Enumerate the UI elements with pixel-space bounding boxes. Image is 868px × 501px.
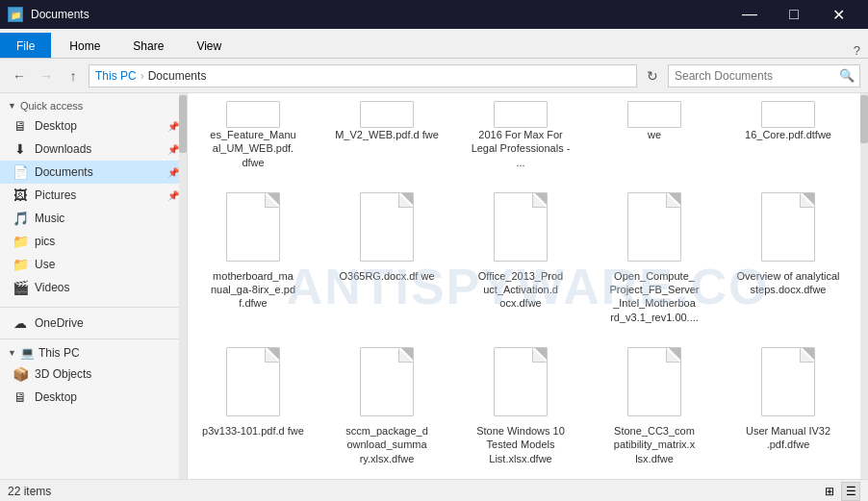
quick-access-section: ▼ Quick access 🖥 Desktop 📌 ⬇ Downloads 📌… (0, 93, 187, 303)
file-icon-partial (494, 101, 548, 128)
file-name: Office_2013_Prod uct_Activation.d ocx.df… (468, 269, 574, 311)
sidebar-item-videos[interactable]: 🎬 Videos (0, 276, 187, 299)
desktop-icon: 🖥 (12, 117, 29, 135)
list-item[interactable]: Stone Windows 10 Tested Models List.xlsx… (463, 336, 578, 473)
address-path[interactable]: This PC › Documents (89, 64, 637, 88)
address-bar: ← → ↑ This PC › Documents ↻ 🔍 (0, 59, 868, 93)
maximize-button[interactable]: □ (772, 0, 816, 29)
search-input[interactable] (668, 64, 860, 88)
pin-icon-pics: 📌 (167, 190, 179, 201)
file-icon-partial (627, 101, 681, 128)
list-item[interactable]: M_V2_WEB.pdf.d fwe (329, 97, 445, 173)
documents-icon: 📄 (12, 163, 29, 181)
sidebar-divider-2 (0, 338, 187, 339)
list-item[interactable]: Overview of analytical steps.docx.dfwe (730, 181, 846, 332)
list-item[interactable]: sccm_package_d ownload_summa ry.xlsx.dfw… (329, 336, 445, 473)
list-item[interactable]: Open_Compute_ Project_FB_Server _Intel_M… (597, 181, 712, 332)
file-icon-shape (761, 347, 815, 416)
file-area-scrollbar[interactable] (860, 93, 868, 479)
pin-icon: 📌 (167, 121, 179, 132)
list-item[interactable]: User Manual IV32 .pdf.dfwe (730, 336, 846, 473)
sidebar-scrollbar-thumb (179, 95, 187, 153)
up-button[interactable]: ↑ (62, 64, 85, 88)
file-icon-shape (494, 347, 548, 416)
title-bar-icon: 📁 (8, 7, 23, 22)
list-item[interactable]: O365RG.docx.df we (329, 181, 445, 332)
tab-share[interactable]: Share (116, 33, 180, 58)
close-button[interactable]: ✕ (816, 0, 860, 29)
downloads-icon: ⬇ (12, 140, 29, 158)
file-icon-wrapper (356, 188, 418, 265)
details-view-button[interactable]: ☰ (841, 482, 860, 501)
sidebar-item-music-label: Music (35, 212, 64, 225)
sidebar-item-pics-label: pics (35, 235, 55, 248)
quick-access-header[interactable]: ▼ Quick access (0, 97, 187, 114)
sidebar-scrollbar[interactable] (179, 93, 187, 479)
sidebar-item-pictures[interactable]: 🖼 Pictures 📌 (0, 184, 187, 207)
list-item[interactable]: es_Feature_Manu al_UM_WEB.pdf. dfwe (195, 97, 311, 173)
list-item[interactable]: we (597, 97, 712, 173)
sidebar-item-onedrive[interactable]: ☁ OneDrive (0, 312, 187, 335)
videos-icon: 🎬 (12, 279, 29, 296)
sidebar-item-desktop[interactable]: 🖥 Desktop 📌 (0, 114, 187, 138)
file-icon-shape (360, 192, 414, 262)
list-item[interactable]: Office_2013_Prod uct_Activation.d ocx.df… (463, 181, 578, 332)
file-icon-shape (226, 192, 280, 262)
file-area: ANTISPYWARE.CO es_Feature_Manu al_UM_WEB… (188, 93, 868, 479)
file-icon-wrapper (757, 343, 819, 420)
tab-file[interactable]: File (0, 33, 51, 58)
file-name: Overview of analytical steps.docx.dfwe (735, 269, 841, 297)
file-name-partial: M_V2_WEB.pdf.d fwe (335, 128, 439, 141)
file-icon-shape (226, 347, 280, 416)
sidebar-item-desktop-pc[interactable]: 🖥 Desktop (0, 386, 187, 409)
list-item[interactable]: p3v133-101.pdf.d fwe (195, 336, 311, 473)
sidebar-item-documents[interactable]: 📄 Documents 📌 (0, 161, 187, 184)
list-item[interactable]: 2016 For Max For Legal Professionals - .… (463, 97, 578, 173)
list-item[interactable]: Stone_CC3_com patibility_matrix.x lsx.df… (597, 336, 712, 473)
minimize-button[interactable]: — (728, 0, 772, 29)
path-thispc: This PC (95, 69, 137, 83)
file-name: User Manual IV32 .pdf.dfwe (735, 424, 841, 452)
item-count: 22 items (8, 485, 51, 498)
help-button[interactable]: ? (846, 43, 868, 58)
file-name: Open_Compute_ Project_FB_Server _Intel_M… (601, 269, 707, 324)
file-icon-wrapper (624, 188, 685, 265)
file-name: Stone Windows 10 Tested Models List.xlsx… (468, 424, 574, 465)
refresh-button[interactable]: ↻ (641, 64, 664, 88)
sidebar-item-downloads[interactable]: ⬇ Downloads 📌 (0, 138, 187, 161)
sidebar-divider-1 (0, 307, 187, 308)
sidebar-item-music[interactable]: 🎵 Music (0, 207, 187, 230)
sidebar-item-onedrive-label: OneDrive (35, 316, 84, 330)
main-layout: ▼ Quick access 🖥 Desktop 📌 ⬇ Downloads 📌… (0, 93, 868, 479)
sidebar-item-3dobjects[interactable]: 📦 3D Objects (0, 363, 187, 386)
desktop-pc-icon: 🖥 (12, 388, 29, 406)
file-icon-partial (226, 101, 280, 128)
music-icon: 🎵 (12, 210, 29, 227)
file-top-row: es_Feature_Manu al_UM_WEB.pdf. dfwe M_V2… (188, 93, 868, 173)
file-icon-shape (360, 347, 414, 416)
file-name-partial: 2016 For Max For Legal Professionals - .… (468, 128, 574, 169)
sidebar-item-desktop-pc-label: Desktop (35, 390, 77, 404)
sidebar-item-pictures-label: Pictures (35, 188, 76, 202)
3dobjects-icon: 📦 (12, 365, 29, 383)
file-icon-wrapper (356, 343, 418, 420)
tab-home[interactable]: Home (53, 33, 116, 58)
this-pc-header[interactable]: ▼ 💻 This PC (0, 343, 187, 363)
list-item[interactable]: 16_Core.pdf.dtfwe (730, 97, 846, 173)
large-icons-view-button[interactable]: ⊞ (820, 482, 839, 501)
pin-icon-docs: 📌 (167, 167, 179, 178)
this-pc-label: This PC (38, 346, 80, 360)
quick-access-label: Quick access (20, 100, 83, 112)
file-icon-wrapper (624, 343, 685, 420)
folder-pics-icon: 📁 (12, 233, 29, 250)
list-item[interactable]: motherboard_ma nual_ga-8irx_e.pd f.dfwe (195, 181, 311, 332)
file-name: motherboard_ma nual_ga-8irx_e.pd f.dfwe (200, 269, 306, 311)
file-icon-wrapper (222, 343, 284, 420)
sidebar-item-use[interactable]: 📁 Use (0, 253, 187, 276)
window-controls: — □ ✕ (728, 0, 860, 29)
folder-icon-small: 📁 (8, 7, 23, 22)
sidebar-item-pics[interactable]: 📁 pics (0, 230, 187, 253)
back-button[interactable]: ← (8, 64, 31, 88)
tab-view[interactable]: View (180, 33, 238, 58)
forward-button[interactable]: → (35, 64, 58, 88)
